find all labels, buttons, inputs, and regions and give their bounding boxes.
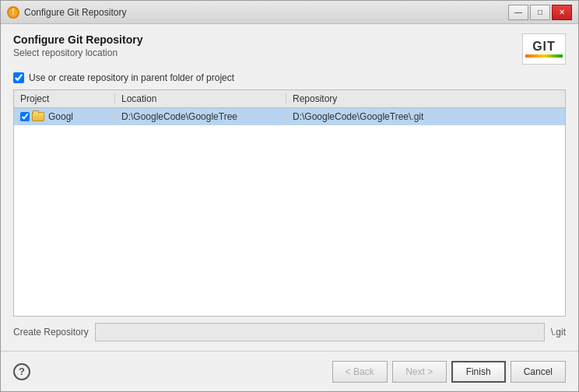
minimize-button[interactable]: — (508, 5, 528, 20)
finish-button[interactable]: Finish (451, 361, 506, 383)
header-subtitle: Select repository location (13, 47, 522, 58)
row-checkbox[interactable] (20, 112, 30, 121)
header-section: Configure Git Repository Select reposito… (13, 33, 566, 65)
row-project-name: Googl (48, 111, 73, 122)
git-logo-text: GIT (532, 40, 556, 53)
title-bar-left: ! Configure Git Repository (7, 6, 126, 19)
next-button[interactable]: Next > (392, 361, 447, 383)
use-create-repo-checkbox-row[interactable]: Use or create repository in parent folde… (13, 72, 566, 83)
create-repository-input[interactable] (95, 323, 545, 341)
back-button[interactable]: < Back (332, 361, 388, 383)
create-repository-label: Create Repository (13, 327, 89, 338)
row-repository: D:\GoogleCode\GoogleTree\.git (286, 108, 565, 125)
footer-left: ? (13, 363, 30, 380)
header-text: Configure Git Repository Select reposito… (13, 33, 522, 58)
folder-icon (32, 112, 44, 121)
footer-buttons: < Back Next > Finish Cancel (332, 361, 566, 383)
table-row[interactable]: Googl D:\GoogleCode\GoogleTree D:\Google… (14, 108, 565, 125)
help-button[interactable]: ? (13, 363, 30, 380)
footer: ? < Back Next > Finish Cancel (1, 351, 578, 391)
configure-git-repository-window: ! Configure Git Repository — □ ✕ Configu… (0, 0, 579, 392)
window-icon: ! (7, 6, 19, 19)
create-repository-section: Create Repository \.git (13, 323, 566, 341)
col-header-repository: Repository (286, 93, 565, 104)
row-location-value: D:\GoogleCode\GoogleTree (121, 111, 237, 122)
col-header-location: Location (115, 93, 286, 104)
title-bar: ! Configure Git Repository — □ ✕ (1, 1, 578, 24)
row-project: Googl (14, 108, 115, 125)
col-header-project: Project (14, 93, 115, 104)
maximize-button[interactable]: □ (530, 5, 550, 20)
window-title: Configure Git Repository (24, 7, 126, 18)
table-header: Project Location Repository (14, 90, 565, 108)
header-title: Configure Git Repository (13, 33, 522, 46)
table-body: Googl D:\GoogleCode\GoogleTree D:\Google… (14, 108, 565, 316)
use-parent-folder-label: Use or create repository in parent folde… (29, 72, 234, 83)
row-repository-value: D:\GoogleCode\GoogleTree\.git (293, 111, 423, 122)
git-logo: GIT (522, 33, 566, 65)
close-button[interactable]: ✕ (552, 5, 572, 20)
content-area: Configure Git Repository Select reposito… (1, 24, 578, 351)
row-location: D:\GoogleCode\GoogleTree (115, 108, 286, 125)
git-logo-bar (525, 54, 563, 58)
git-suffix: \.git (551, 327, 566, 338)
use-parent-folder-checkbox[interactable] (13, 72, 24, 83)
title-bar-controls: — □ ✕ (508, 5, 572, 20)
project-table: Project Location Repository Googl D:\Goo… (13, 89, 566, 317)
cancel-button[interactable]: Cancel (511, 361, 566, 383)
